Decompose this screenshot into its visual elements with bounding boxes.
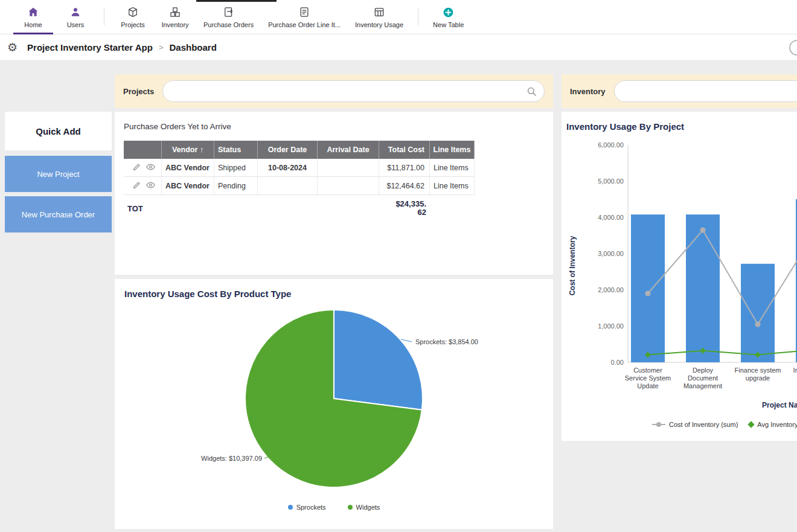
totals-label: TOT	[127, 204, 143, 213]
gear-icon[interactable]: ⚙	[7, 42, 18, 53]
arrival-date-cell	[318, 177, 379, 195]
nav-divider	[418, 8, 418, 25]
line-items-link[interactable]: Line Items	[430, 159, 475, 177]
vendor-cell: ABC Vendor	[162, 177, 214, 195]
bar-chart-legend: Cost of Inventory (sum) Avg Inventory	[652, 421, 797, 428]
pie-chart: Sprockets: $3,854.00 Widgets: $10,397.09	[115, 279, 553, 529]
projects-search-panel: Projects	[115, 74, 553, 108]
line-marker	[755, 322, 761, 327]
legend-dot-widgets	[348, 505, 353, 510]
view-icon[interactable]	[146, 162, 156, 174]
search-icon[interactable]	[526, 86, 537, 100]
legend-label: Widgets	[356, 504, 380, 511]
column-header-total-cost[interactable]: Total Cost	[379, 141, 430, 159]
breadcrumb: ⚙ Project Inventory Starter App > Dashbo…	[0, 34, 797, 61]
row-actions	[124, 177, 162, 195]
page-title: Dashboard	[169, 42, 216, 53]
view-icon[interactable]	[146, 180, 156, 192]
home-icon	[27, 5, 39, 19]
main-content: Projects Inventory Quick Add New Project…	[0, 61, 797, 532]
total-cost-link[interactable]: $11,871.00	[379, 159, 430, 177]
line-marker-icon	[652, 422, 665, 427]
diamond-marker-icon	[748, 421, 755, 428]
bar-0	[631, 214, 665, 362]
edit-icon[interactable]	[132, 162, 141, 173]
totals-value: $24,335. 62	[379, 200, 430, 217]
projects-search-pill	[162, 80, 545, 102]
svg-text:6,000.00: 6,000.00	[598, 141, 624, 149]
status-cell: Pending	[214, 177, 258, 195]
legend-label: Avg Inventory	[757, 421, 797, 428]
table-footer-row: TOT $24,335. 62	[124, 200, 475, 217]
svg-text:3,000.00: 3,000.00	[598, 250, 624, 257]
tab-purchase-order-line-items[interactable]: Purchase Order Line It...	[261, 0, 348, 34]
column-header-arrival-date[interactable]: Arrival Date	[318, 141, 379, 159]
tab-projects[interactable]: Projects	[112, 0, 154, 34]
new-project-button[interactable]: New Project	[5, 156, 112, 192]
status-cell: Shipped	[214, 159, 258, 177]
column-header-actions	[124, 141, 162, 159]
pie-callout-widgets: Widgets: $10,397.09	[201, 455, 262, 462]
projects-search-input[interactable]	[163, 81, 544, 101]
svg-text:Cost of Inventory: Cost of Inventory	[568, 236, 577, 295]
purchase-orders-panel: Purchase Orders Yet to Arrive Vendor ↑ S…	[115, 112, 553, 275]
table-row: ABC Vendor Shipped 10-08-2024 $11,871.00…	[124, 159, 475, 177]
projects-search-label: Projects	[123, 87, 154, 96]
line-items-link[interactable]: Line Items	[430, 177, 475, 195]
tab-inventory-usage[interactable]: Inventory Usage	[348, 0, 411, 34]
column-header-status[interactable]: Status	[214, 141, 258, 159]
order-date-cell	[258, 177, 318, 195]
nav-divider	[104, 8, 104, 25]
users-icon	[69, 5, 82, 19]
app-title[interactable]: Project Inventory Starter App	[27, 42, 153, 53]
tab-inventory-usage-label: Inventory Usage	[355, 21, 403, 28]
legend-label: Cost of Inventory (sum)	[669, 421, 738, 428]
line-marker	[700, 228, 706, 233]
x-category-label: Finance systemupgrade	[734, 367, 781, 382]
column-header-line-items[interactable]: Line Items	[430, 141, 475, 159]
tab-new-table[interactable]: New Table	[426, 0, 471, 34]
inventory-search-input[interactable]	[615, 81, 797, 101]
tab-inventory[interactable]: Inventory	[154, 0, 196, 34]
table-row: ABC Vendor Pending $12,464.62 Line Items	[124, 177, 475, 195]
window-artifact	[196, 0, 277, 2]
inventory-search-pill	[614, 80, 797, 102]
inventory-icon	[169, 5, 181, 19]
tab-inventory-label: Inventory	[161, 21, 188, 28]
legend-label: Sprockets	[296, 504, 326, 511]
purchase-orders-icon	[223, 5, 235, 19]
x-category-label: DeployDocumentManagement	[683, 367, 722, 389]
tab-users-label: Users	[67, 21, 85, 28]
po-line-items-icon	[298, 5, 310, 19]
edit-icon[interactable]	[132, 181, 141, 191]
account-icon[interactable]	[789, 40, 797, 56]
new-purchase-order-button[interactable]: New Purchase Order	[5, 196, 112, 232]
total-cost-link[interactable]: $12,464.62	[379, 177, 430, 195]
column-header-order-date[interactable]: Order Date	[258, 141, 318, 159]
line-marker	[645, 291, 651, 296]
pie-slice-sprockets	[334, 310, 423, 410]
bar-chart-panel: Inventory Usage By Project 0.001,000.002…	[562, 112, 797, 441]
pie-chart-legend: Sprockets Widgets	[115, 504, 553, 511]
tab-purchase-order-line-items-label: Purchase Order Line It...	[268, 21, 341, 28]
svg-text:1,000.00: 1,000.00	[598, 322, 624, 330]
table-header-row: Vendor ↑ Status Order Date Arrival Date …	[124, 141, 475, 159]
dashboard-page: { "colors": { "accent_purple": "#6a4b9f"…	[0, 0, 797, 532]
order-date-cell: 10-08-2024	[258, 159, 318, 177]
tab-purchase-orders-label: Purchase Orders	[203, 21, 254, 28]
pie-chart-panel: Inventory Usage Cost By Product Type Spr…	[115, 279, 553, 529]
tab-users[interactable]: Users	[54, 0, 97, 34]
legend-dot-sprockets	[288, 505, 293, 510]
bar-2	[741, 264, 775, 362]
svg-text:4,000.00: 4,000.00	[598, 214, 624, 221]
tab-home[interactable]: Home	[12, 0, 54, 34]
svg-text:2,000.00: 2,000.00	[598, 286, 624, 293]
purchase-orders-table: Vendor ↑ Status Order Date Arrival Date …	[124, 141, 475, 217]
quick-add-header: Quick Add	[5, 112, 112, 150]
inventory-search-label: Inventory	[570, 87, 606, 96]
column-header-vendor[interactable]: Vendor ↑	[162, 141, 214, 159]
pie-callout-sprockets: Sprockets: $3,854.00	[415, 338, 478, 345]
arrival-date-cell	[318, 159, 379, 177]
x-category-label: Infrastructureupgrade	[793, 367, 797, 382]
tab-purchase-orders[interactable]: Purchase Orders	[196, 0, 261, 34]
